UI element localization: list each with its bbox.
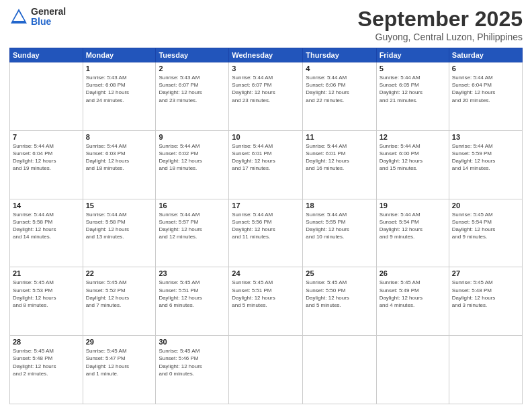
weekday-sunday: Sunday bbox=[10, 48, 83, 62]
calendar-cell: 3Sunrise: 5:44 AM Sunset: 6:07 PM Daylig… bbox=[229, 62, 303, 131]
calendar-cell bbox=[303, 336, 376, 404]
day-info: Sunrise: 5:45 AM Sunset: 5:54 PM Dayligh… bbox=[452, 211, 519, 241]
day-info: Sunrise: 5:44 AM Sunset: 5:58 PM Dayligh… bbox=[13, 211, 80, 241]
calendar-cell: 4Sunrise: 5:44 AM Sunset: 6:06 PM Daylig… bbox=[303, 62, 376, 131]
day-number: 14 bbox=[13, 201, 80, 210]
weekday-monday: Monday bbox=[83, 48, 156, 62]
day-info: Sunrise: 5:44 AM Sunset: 5:59 PM Dayligh… bbox=[452, 142, 519, 173]
calendar-body: 1Sunrise: 5:43 AM Sunset: 6:08 PM Daylig… bbox=[10, 62, 523, 404]
day-info: Sunrise: 5:45 AM Sunset: 5:49 PM Dayligh… bbox=[380, 279, 446, 309]
week-row-2: 14Sunrise: 5:44 AM Sunset: 5:58 PM Dayli… bbox=[10, 199, 523, 267]
calendar-cell: 5Sunrise: 5:44 AM Sunset: 6:05 PM Daylig… bbox=[376, 62, 449, 131]
header: General Blue September 2025 Guyong, Cent… bbox=[9, 7, 523, 42]
title-block: September 2025 Guyong, Central Luzon, Ph… bbox=[358, 7, 523, 42]
day-info: Sunrise: 5:44 AM Sunset: 6:04 PM Dayligh… bbox=[13, 142, 80, 173]
logo-icon bbox=[9, 7, 28, 26]
calendar-cell: 2Sunrise: 5:43 AM Sunset: 6:07 PM Daylig… bbox=[156, 62, 229, 131]
day-info: Sunrise: 5:45 AM Sunset: 5:48 PM Dayligh… bbox=[452, 279, 519, 309]
day-number: 2 bbox=[159, 64, 226, 73]
calendar-cell bbox=[229, 336, 303, 404]
day-number: 23 bbox=[159, 269, 226, 277]
day-number: 27 bbox=[452, 269, 519, 277]
calendar-cell: 18Sunrise: 5:44 AM Sunset: 5:55 PM Dayli… bbox=[303, 199, 376, 267]
calendar-cell: 15Sunrise: 5:44 AM Sunset: 5:58 PM Dayli… bbox=[83, 199, 156, 267]
calendar-cell: 27Sunrise: 5:45 AM Sunset: 5:48 PM Dayli… bbox=[449, 267, 522, 336]
logo-text: General Blue bbox=[31, 7, 66, 28]
week-row-4: 28Sunrise: 5:45 AM Sunset: 5:48 PM Dayli… bbox=[10, 336, 523, 404]
calendar-cell bbox=[10, 62, 83, 131]
calendar-cell: 17Sunrise: 5:44 AM Sunset: 5:56 PM Dayli… bbox=[229, 199, 303, 267]
day-info: Sunrise: 5:45 AM Sunset: 5:48 PM Dayligh… bbox=[13, 347, 80, 377]
day-info: Sunrise: 5:43 AM Sunset: 6:08 PM Dayligh… bbox=[86, 74, 153, 104]
calendar-cell: 21Sunrise: 5:45 AM Sunset: 5:53 PM Dayli… bbox=[10, 267, 83, 336]
day-number: 24 bbox=[232, 269, 300, 277]
calendar-cell bbox=[376, 336, 449, 404]
day-number: 15 bbox=[86, 201, 153, 210]
day-number: 19 bbox=[380, 201, 446, 210]
calendar-cell: 26Sunrise: 5:45 AM Sunset: 5:49 PM Dayli… bbox=[376, 267, 449, 336]
day-number: 6 bbox=[452, 64, 519, 73]
calendar-cell: 22Sunrise: 5:45 AM Sunset: 5:52 PM Dayli… bbox=[83, 267, 156, 336]
calendar-cell: 23Sunrise: 5:45 AM Sunset: 5:51 PM Dayli… bbox=[156, 267, 229, 336]
day-info: Sunrise: 5:45 AM Sunset: 5:51 PM Dayligh… bbox=[159, 279, 226, 309]
weekday-tuesday: Tuesday bbox=[156, 48, 229, 62]
logo-general: General bbox=[31, 7, 66, 17]
calendar-cell: 30Sunrise: 5:45 AM Sunset: 5:46 PM Dayli… bbox=[156, 336, 229, 404]
day-number: 10 bbox=[232, 133, 300, 141]
weekday-friday: Friday bbox=[376, 48, 449, 62]
day-info: Sunrise: 5:44 AM Sunset: 5:57 PM Dayligh… bbox=[159, 211, 226, 241]
location-title: Guyong, Central Luzon, Philippines bbox=[358, 32, 523, 42]
day-number: 17 bbox=[232, 201, 300, 210]
logo: General Blue bbox=[9, 7, 66, 28]
calendar-cell: 6Sunrise: 5:44 AM Sunset: 6:04 PM Daylig… bbox=[449, 62, 522, 131]
calendar-cell: 1Sunrise: 5:43 AM Sunset: 6:08 PM Daylig… bbox=[83, 62, 156, 131]
calendar-cell: 10Sunrise: 5:44 AM Sunset: 6:01 PM Dayli… bbox=[229, 130, 303, 199]
calendar-cell: 11Sunrise: 5:44 AM Sunset: 6:01 PM Dayli… bbox=[303, 130, 376, 199]
calendar-cell: 8Sunrise: 5:44 AM Sunset: 6:03 PM Daylig… bbox=[83, 130, 156, 199]
day-info: Sunrise: 5:45 AM Sunset: 5:50 PM Dayligh… bbox=[306, 279, 373, 309]
day-number: 22 bbox=[86, 269, 153, 277]
day-number: 30 bbox=[159, 338, 226, 346]
day-info: Sunrise: 5:45 AM Sunset: 5:47 PM Dayligh… bbox=[86, 347, 153, 377]
week-row-3: 21Sunrise: 5:45 AM Sunset: 5:53 PM Dayli… bbox=[10, 267, 523, 336]
calendar-cell: 13Sunrise: 5:44 AM Sunset: 5:59 PM Dayli… bbox=[449, 130, 522, 199]
day-info: Sunrise: 5:44 AM Sunset: 6:01 PM Dayligh… bbox=[232, 142, 300, 173]
calendar-cell: 28Sunrise: 5:45 AM Sunset: 5:48 PM Dayli… bbox=[10, 336, 83, 404]
day-info: Sunrise: 5:44 AM Sunset: 6:01 PM Dayligh… bbox=[306, 142, 373, 173]
calendar-cell bbox=[449, 336, 522, 404]
day-number: 3 bbox=[232, 64, 300, 73]
day-number: 12 bbox=[380, 133, 446, 141]
day-number: 13 bbox=[452, 133, 519, 141]
day-number: 20 bbox=[452, 201, 519, 210]
day-info: Sunrise: 5:44 AM Sunset: 6:06 PM Dayligh… bbox=[306, 74, 373, 104]
day-info: Sunrise: 5:44 AM Sunset: 5:54 PM Dayligh… bbox=[380, 211, 446, 241]
day-info: Sunrise: 5:45 AM Sunset: 5:46 PM Dayligh… bbox=[159, 347, 226, 377]
calendar-cell: 7Sunrise: 5:44 AM Sunset: 6:04 PM Daylig… bbox=[10, 130, 83, 199]
calendar-cell: 12Sunrise: 5:44 AM Sunset: 6:00 PM Dayli… bbox=[376, 130, 449, 199]
day-number: 21 bbox=[13, 269, 80, 277]
day-info: Sunrise: 5:45 AM Sunset: 5:53 PM Dayligh… bbox=[13, 279, 80, 309]
day-info: Sunrise: 5:44 AM Sunset: 6:03 PM Dayligh… bbox=[86, 142, 153, 173]
week-row-0: 1Sunrise: 5:43 AM Sunset: 6:08 PM Daylig… bbox=[10, 62, 523, 131]
day-number: 16 bbox=[159, 201, 226, 210]
month-title: September 2025 bbox=[358, 7, 523, 32]
day-info: Sunrise: 5:44 AM Sunset: 6:07 PM Dayligh… bbox=[232, 74, 300, 104]
day-number: 7 bbox=[13, 133, 80, 141]
logo-blue: Blue bbox=[31, 17, 66, 27]
day-number: 25 bbox=[306, 269, 373, 277]
weekday-wednesday: Wednesday bbox=[229, 48, 303, 62]
calendar-cell: 14Sunrise: 5:44 AM Sunset: 5:58 PM Dayli… bbox=[10, 199, 83, 267]
day-number: 1 bbox=[86, 64, 153, 73]
day-info: Sunrise: 5:43 AM Sunset: 6:07 PM Dayligh… bbox=[159, 74, 226, 104]
calendar-cell: 24Sunrise: 5:45 AM Sunset: 5:51 PM Dayli… bbox=[229, 267, 303, 336]
day-number: 4 bbox=[306, 64, 373, 73]
day-info: Sunrise: 5:44 AM Sunset: 6:04 PM Dayligh… bbox=[452, 74, 519, 104]
day-number: 28 bbox=[13, 338, 80, 346]
weekday-header: SundayMondayTuesdayWednesdayThursdayFrid… bbox=[10, 48, 523, 62]
day-number: 5 bbox=[380, 64, 446, 73]
day-number: 18 bbox=[306, 201, 373, 210]
week-row-1: 7Sunrise: 5:44 AM Sunset: 6:04 PM Daylig… bbox=[10, 130, 523, 199]
day-info: Sunrise: 5:44 AM Sunset: 6:00 PM Dayligh… bbox=[380, 142, 446, 173]
day-number: 8 bbox=[86, 133, 153, 141]
calendar-cell: 9Sunrise: 5:44 AM Sunset: 6:02 PM Daylig… bbox=[156, 130, 229, 199]
